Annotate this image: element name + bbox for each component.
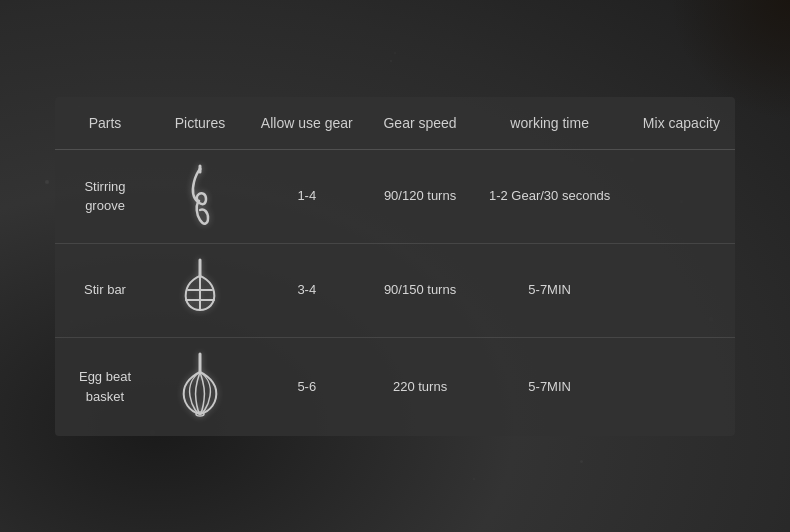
- header-mix-capacity: Mix capacity: [628, 97, 735, 150]
- parts-picture: [155, 337, 245, 436]
- stirring-groove-icon: [178, 164, 223, 229]
- allow-gear-value: 1-4: [245, 149, 369, 243]
- header-parts: Parts: [55, 97, 155, 150]
- parts-picture: [155, 149, 245, 243]
- table-row: Stirring groove 1-4: [55, 149, 735, 243]
- gear-speed-value: 90/150 turns: [369, 243, 472, 337]
- gear-speed-value: 220 turns: [369, 337, 472, 436]
- parts-name: Egg beat basket: [55, 337, 155, 436]
- header-allow-gear: Allow use gear: [245, 97, 369, 150]
- header-working-time: working time: [472, 97, 628, 150]
- stirring-icon-container: [165, 164, 235, 229]
- egg-beater-icon: [178, 352, 223, 422]
- table-row: Stir bar: [55, 243, 735, 337]
- stir-bar-icon: [178, 258, 223, 323]
- mix-capacity-value: [628, 337, 735, 436]
- parts-name: Stir bar: [55, 243, 155, 337]
- allow-gear-value: 5-6: [245, 337, 369, 436]
- table-wrapper: Parts Pictures Allow use gear Gear speed…: [55, 97, 735, 436]
- mix-capacity-value: [628, 243, 735, 337]
- page-container: Parts Pictures Allow use gear Gear speed…: [0, 0, 790, 532]
- eggbeat-icon-container: [165, 352, 235, 422]
- specs-table: Parts Pictures Allow use gear Gear speed…: [55, 97, 735, 436]
- parts-picture: [155, 243, 245, 337]
- parts-name: Stirring groove: [55, 149, 155, 243]
- working-time-value: 1-2 Gear/30 seconds: [472, 149, 628, 243]
- header-gear-speed: Gear speed: [369, 97, 472, 150]
- allow-gear-value: 3-4: [245, 243, 369, 337]
- working-time-value: 5-7MIN: [472, 243, 628, 337]
- gear-speed-value: 90/120 turns: [369, 149, 472, 243]
- working-time-value: 5-7MIN: [472, 337, 628, 436]
- stirbar-icon-container: [165, 258, 235, 323]
- table-row: Egg beat basket: [55, 337, 735, 436]
- header-pictures: Pictures: [155, 97, 245, 150]
- mix-capacity-value: [628, 149, 735, 243]
- table-header-row: Parts Pictures Allow use gear Gear speed…: [55, 97, 735, 150]
